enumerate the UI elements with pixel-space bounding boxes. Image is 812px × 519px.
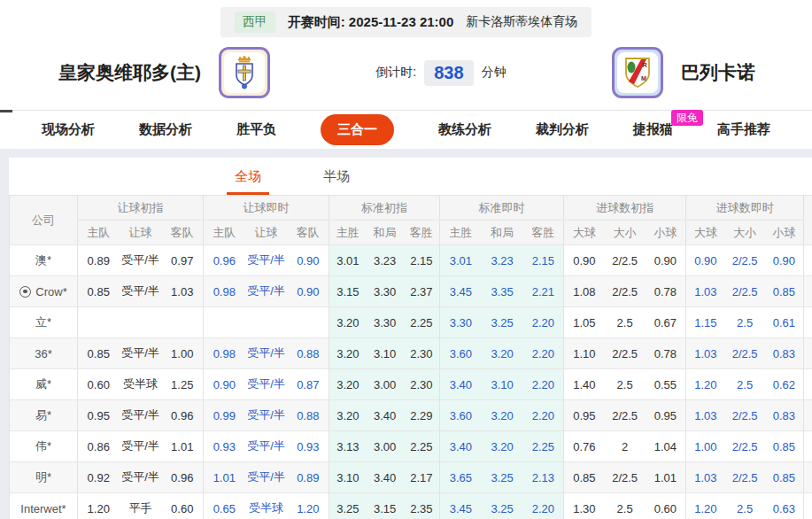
odds-cell: 3.25: [482, 462, 523, 493]
odds-cell: 1.00: [162, 338, 204, 369]
kickoff-label: 开赛时间:: [288, 14, 345, 29]
odds-cell: 2.5: [725, 369, 765, 400]
column-sub-header: 大球: [564, 221, 605, 245]
company-name: 伟*: [35, 439, 51, 453]
column-sub-header: 和局: [367, 221, 404, 245]
odds-cell: [204, 307, 245, 338]
table-row: 澳*0.89受平/半0.970.96受平/半0.903.013.232.153.…: [10, 245, 812, 276]
odds-cell: 3.13: [329, 431, 367, 462]
odds-cell: 3.35: [482, 276, 523, 307]
nav-tab-coach-analysis[interactable]: 教练分析: [438, 121, 491, 138]
overflow-cell: [804, 493, 812, 519]
nav-tab-live-analysis[interactable]: 现场分析: [42, 121, 95, 138]
table-row: 36*0.85受平/半1.000.98受平/半0.883.203.102.303…: [10, 338, 812, 369]
company-name: Crow*: [35, 285, 66, 298]
odds-cell: 1.03: [686, 462, 725, 493]
column-sub-header: 大球: [686, 221, 725, 245]
odds-cell: 2.29: [404, 400, 440, 431]
odds-cell: 0.85: [564, 462, 605, 493]
home-team: 皇家奥维耶多(主): [58, 47, 270, 98]
company-cell[interactable]: 易*: [10, 400, 78, 431]
odds-cell: 2/2.5: [605, 245, 646, 276]
odds-cell: 3.25: [482, 307, 523, 338]
odds-cell: 3.15: [367, 493, 404, 519]
odds-cell: 1.20: [686, 369, 725, 400]
odds-cell: 2/2.5: [725, 245, 765, 276]
table-row: 威*0.60受半球1.250.90受平/半0.873.203.002.303.4…: [10, 369, 812, 400]
odds-cell: 3.01: [329, 245, 367, 276]
company-cell[interactable]: Interwet*: [10, 493, 78, 519]
period-tab-full-time[interactable]: 全场: [227, 168, 269, 195]
nav-tab-expert-picks[interactable]: 高手推荐: [717, 121, 770, 138]
table-row: Interwet*1.20平手0.600.65受半球1.203.253.152.…: [10, 493, 812, 519]
odds-cell: 1.08: [564, 276, 605, 307]
real-oviedo-crest-icon: [224, 52, 265, 93]
company-cell[interactable]: 伟*: [10, 431, 78, 462]
countdown-label: 倒计时:: [375, 65, 416, 81]
odds-cell: 3.23: [482, 245, 523, 276]
odds-cell: [245, 307, 288, 338]
odds-cell: 0.78: [646, 338, 686, 369]
odds-table-header: 公司让球初指让球即时标准初指标准即时进球数初指进球数即时主队让球客队主队让球客队…: [10, 196, 812, 245]
odds-cell: 0.90: [765, 245, 804, 276]
company-name: 立*: [35, 315, 51, 329]
odds-cell: 0.90: [288, 276, 329, 307]
odds-cell: 3.20: [482, 431, 523, 462]
odds-cell: 0.78: [646, 276, 686, 307]
company-cell[interactable]: 36*: [10, 338, 78, 369]
odds-cell: 0.95: [564, 400, 605, 431]
odds-cell: 3.20: [329, 400, 367, 431]
odds-cell: 3.10: [329, 462, 367, 493]
nav-tab-win-draw-lose[interactable]: 胜平负: [236, 121, 276, 138]
company-cell[interactable]: 明*: [10, 462, 78, 493]
odds-cell: 0.83: [765, 338, 804, 369]
home-team-logo: [219, 47, 270, 98]
company-cell[interactable]: 澳*: [10, 245, 78, 276]
nav-tab-jiebaomao[interactable]: 捷报猫限免: [633, 121, 673, 138]
odds-cell: 3.00: [367, 431, 404, 462]
odds-cell: 受平/半: [120, 338, 162, 369]
odds-cell: 3.01: [440, 245, 482, 276]
odds-cell: 1.30: [564, 493, 605, 519]
odds-table-body: 澳*0.89受平/半0.970.96受平/半0.903.013.232.153.…: [10, 245, 812, 519]
odds-cell: 0.65: [204, 493, 245, 519]
odds-cell: 0.60: [162, 493, 204, 519]
odds-cell: 1.03: [686, 276, 725, 307]
company-cell[interactable]: 立*: [10, 307, 78, 338]
nav-tab-label: 高手推荐: [717, 121, 770, 136]
odds-cell: 0.60: [78, 369, 120, 400]
odds-cell: 受平/半: [245, 338, 288, 369]
odds-cell: 0.89: [288, 462, 329, 493]
period-tab-half-time[interactable]: 半场: [315, 168, 358, 195]
odds-cell: 平手: [120, 493, 162, 519]
odds-cell: 2.15: [404, 245, 440, 276]
away-team-logo: R M: [612, 47, 663, 98]
company-cell[interactable]: Crow*: [10, 276, 78, 307]
odds-cell: 受平/半: [245, 245, 288, 276]
company-cell[interactable]: 威*: [10, 369, 78, 400]
odds-cell: [288, 307, 329, 338]
svg-text:R: R: [642, 61, 647, 69]
odds-cell: 0.96: [162, 400, 204, 431]
nav-tab-three-in-one[interactable]: 三合一: [321, 114, 394, 145]
odds-cell: 0.96: [204, 245, 245, 276]
nav-tab-label: 裁判分析: [536, 121, 589, 136]
company-name: 明*: [35, 470, 51, 484]
kickoff-time: 开赛时间: 2025-11-23 21:00: [288, 14, 454, 31]
nav-tab-referee-analysis[interactable]: 裁判分析: [536, 121, 589, 138]
overflow-cell: [804, 307, 812, 338]
odds-cell: 0.62: [765, 369, 804, 400]
odds-cell: 0.76: [564, 431, 605, 462]
odds-cell: 受半球: [120, 369, 162, 400]
venue-name: 新卡洛斯蒂埃体育场: [466, 14, 577, 30]
odds-cell: 0.96: [162, 462, 204, 493]
nav-tab-data-analysis[interactable]: 数据分析: [139, 121, 192, 138]
odds-cell: 受平/半: [120, 431, 162, 462]
odds-cell: 0.63: [765, 493, 804, 519]
odds-cell: 1.10: [564, 338, 605, 369]
odds-cell: 2: [605, 431, 646, 462]
match-info-bar: 西甲 开赛时间: 2025-11-23 21:00 新卡洛斯蒂埃体育场: [220, 7, 592, 37]
odds-cell: 0.60: [646, 493, 686, 519]
odds-cell: 2/2.5: [605, 276, 646, 307]
countdown-unit: 分钟: [482, 65, 507, 81]
